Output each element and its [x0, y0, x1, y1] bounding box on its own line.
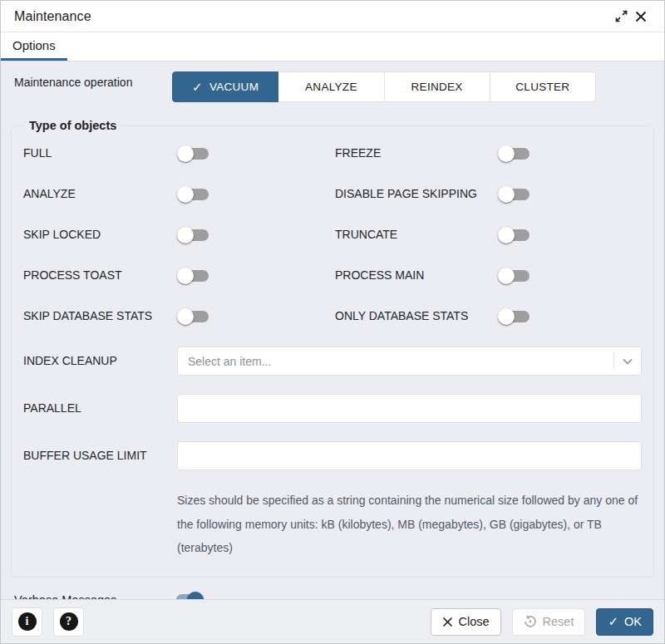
ok-button[interactable]: ✓ OK	[596, 608, 653, 636]
operation-vacuum[interactable]: ✓ VACUUM	[172, 71, 278, 102]
toggle-skip-database-stats[interactable]	[177, 307, 210, 327]
help-icon: ?	[60, 612, 78, 631]
toggle-analyze[interactable]	[177, 184, 210, 204]
reset-icon	[524, 615, 537, 628]
toggle-full[interactable]	[177, 144, 210, 164]
verbose-messages-toggle[interactable]	[172, 590, 205, 599]
type-of-objects-fieldset: Type of objects FULL FREEZE ANALYZE DISA…	[11, 119, 654, 578]
reset-button[interactable]: Reset	[512, 608, 586, 636]
toggle-label-skip-database-stats: SKIP DATABASE STATS	[23, 308, 177, 325]
toggle-label-freeze: FREEZE	[335, 145, 498, 162]
toggle-knob	[498, 268, 515, 284]
parallel-row: PARALLEL	[23, 394, 642, 423]
tab-options-label: Options	[12, 38, 56, 52]
toggle-disable-page-skipping[interactable]	[498, 184, 531, 204]
toggle-process-toast[interactable]	[177, 266, 210, 286]
footer-bar: i ? Close Reset ✓ OK	[1, 599, 664, 643]
index-cleanup-row: INDEX CLEANUP Select an item...	[23, 347, 642, 376]
dialog-title: Maintenance	[14, 9, 91, 24]
ok-check-icon: ✓	[608, 614, 618, 629]
sql-info-button[interactable]: i	[12, 607, 42, 637]
toggle-knob	[177, 145, 194, 162]
toggle-process-main[interactable]	[498, 266, 531, 286]
buffer-usage-limit-input[interactable]	[177, 441, 642, 470]
toggle-knob	[177, 227, 194, 243]
toggle-knob	[177, 186, 194, 203]
maintenance-dialog: Maintenance Options Maintenanc	[0, 0, 665, 644]
maintenance-operation-row: Maintenance operation ✓ VACUUM ✓ ANALYZE…	[14, 71, 651, 102]
toggle-label-truncate: TRUNCATE	[335, 227, 498, 243]
toggle-knob	[187, 592, 204, 599]
toggle-knob	[177, 268, 194, 284]
tab-bar: Options	[1, 32, 664, 61]
select-separator	[613, 353, 614, 369]
operation-label-cluster: CLUSTER	[515, 81, 569, 93]
buffer-usage-limit-row: BUFFER USAGE LIMIT	[23, 441, 642, 470]
toggle-label-only-database-stats: ONLY DATABASE STATS	[335, 308, 498, 325]
buffer-usage-limit-help: Sizes should be specified as a string co…	[177, 489, 642, 560]
operation-reindex[interactable]: ✓ REINDEX	[384, 71, 490, 102]
toggle-label-skip-locked: SKIP LOCKED	[23, 227, 177, 243]
index-cleanup-select[interactable]: Select an item...	[177, 347, 642, 376]
toggle-skip-locked[interactable]	[177, 225, 210, 245]
toggle-label-analyze: ANALYZE	[23, 186, 177, 203]
toggle-label-disable-page-skipping: DISABLE PAGE SKIPPING	[335, 186, 498, 203]
parallel-label: PARALLEL	[23, 401, 177, 417]
chevron-down-icon	[621, 355, 634, 368]
close-x-icon	[442, 617, 453, 627]
reset-button-label: Reset	[543, 615, 574, 628]
dialog-content: Maintenance operation ✓ VACUUM ✓ ANALYZE…	[1, 61, 664, 599]
check-icon: ✓	[192, 80, 203, 95]
buffer-usage-limit-label: BUFFER USAGE LIMIT	[23, 448, 177, 465]
toggle-label-process-main: PROCESS MAIN	[335, 268, 498, 284]
maintenance-operation-group: ✓ VACUUM ✓ ANALYZE ✓ REINDEX ✓ CLUSTER	[172, 71, 596, 102]
toggle-only-database-stats[interactable]	[498, 307, 531, 327]
toggle-freeze[interactable]	[498, 144, 531, 164]
toggle-knob	[177, 308, 194, 325]
toggle-label-full: FULL	[23, 145, 177, 162]
close-icon-svg	[635, 11, 647, 22]
expand-icon[interactable]	[611, 7, 631, 27]
maintenance-operation-label: Maintenance operation	[14, 71, 172, 90]
parallel-input[interactable]	[177, 394, 642, 423]
tab-options[interactable]: Options	[1, 32, 67, 61]
operation-label-vacuum: VACUUM	[209, 81, 259, 93]
help-button[interactable]: ?	[53, 607, 84, 637]
toggle-knob	[498, 227, 515, 243]
expand-icon-svg	[615, 10, 628, 22]
verbose-messages-row: Verbose Messages	[14, 590, 651, 599]
toggle-truncate[interactable]	[498, 225, 531, 245]
operation-analyze[interactable]: ✓ ANALYZE	[278, 71, 384, 102]
operation-cluster[interactable]: ✓ CLUSTER	[490, 71, 596, 102]
ok-button-label: OK	[624, 615, 642, 628]
operation-label-analyze: ANALYZE	[305, 81, 357, 93]
verbose-messages-label: Verbose Messages	[14, 593, 172, 599]
title-bar: Maintenance	[1, 1, 664, 32]
toggle-label-process-toast: PROCESS TOAST	[23, 268, 177, 284]
operation-label-reindex: REINDEX	[411, 81, 463, 93]
toggle-knob	[498, 145, 515, 162]
toggle-grid: FULL FREEZE ANALYZE DISABLE PAGE SKIPPIN…	[23, 144, 642, 327]
toggle-knob	[498, 308, 515, 325]
close-icon[interactable]	[631, 7, 651, 27]
close-button[interactable]: Close	[431, 608, 501, 636]
index-cleanup-label: INDEX CLEANUP	[23, 353, 177, 370]
info-icon: i	[18, 612, 37, 631]
index-cleanup-placeholder: Select an item...	[188, 355, 271, 368]
close-button-label: Close	[459, 615, 490, 628]
type-of-objects-legend: Type of objects	[25, 119, 121, 132]
toggle-knob	[498, 186, 515, 203]
